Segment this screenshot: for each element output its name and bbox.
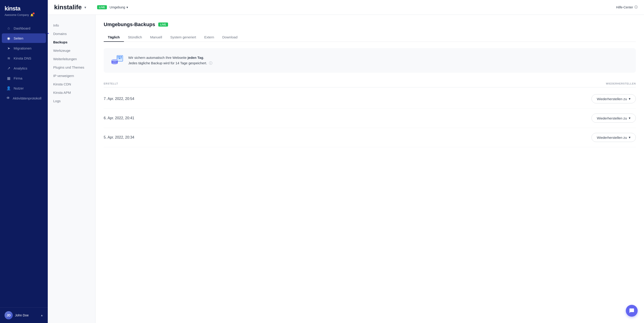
sidebar-item-firma[interactable]: ▦ Firma: [2, 73, 46, 83]
sidebar-item-label: Kinsta DNS: [14, 56, 32, 60]
sidebar-item-label: Seiten: [14, 36, 24, 40]
sidebar-item-kinsta-dns[interactable]: ≋ Kinsta DNS: [2, 53, 46, 63]
panel-live-badge: LIVE: [158, 22, 168, 26]
secondary-sidebar: Info Domains Backups Werkzeuge Weiterlei…: [48, 15, 96, 323]
site-title: kinstalife: [54, 4, 82, 11]
company-icon: ▦: [6, 76, 11, 80]
avatar: JD: [4, 311, 13, 319]
svg-rect-2: [119, 56, 120, 57]
chevron-up-icon: ▲: [40, 314, 43, 317]
tab-stuendlich[interactable]: Stündlich: [124, 33, 146, 42]
restore-button-3[interactable]: Wiederherstellen zu ▾: [592, 133, 636, 142]
backup-date-2: 6. Apr. 2022, 20:41: [104, 116, 592, 120]
backup-icon: [110, 54, 124, 67]
tab-download[interactable]: Download: [218, 33, 242, 42]
main-content: kinstalife ▾ LIVE Umgebung ▾ Hilfe-Cente…: [48, 0, 644, 323]
sidebar-item-nutzer[interactable]: 👤 Nutzer: [2, 83, 46, 93]
chevron-down-icon: ▾: [629, 97, 630, 101]
svg-rect-6: [121, 58, 122, 59]
table-row: 6. Apr. 2022, 20:41 Wiederherstellen zu …: [104, 109, 636, 128]
bell-icon[interactable]: 🔔: [30, 13, 34, 16]
help-circle-icon: ⓘ: [634, 5, 638, 9]
panel-title: Umgebungs-Backups: [104, 21, 155, 27]
sec-nav-kinsta-apm[interactable]: Kinsta APM: [48, 88, 95, 97]
svg-point-10: [112, 59, 118, 61]
restore-button-2[interactable]: Wiederherstellen zu ▾: [592, 114, 636, 123]
env-chevron-icon: ▾: [126, 5, 128, 9]
tab-system-generiert[interactable]: System generiert: [166, 33, 200, 42]
svg-rect-4: [118, 58, 119, 59]
sidebar-item-seiten[interactable]: ◉ Seiten: [2, 33, 46, 43]
notification-badge: [33, 12, 34, 14]
sec-nav-logs[interactable]: Logs: [48, 97, 95, 105]
sidebar-nav: ⌂ Dashboard ◉ Seiten ➤ Migrationen ≋ Kin…: [0, 19, 48, 307]
dns-icon: ≋: [6, 56, 11, 60]
sidebar: kinsta Awesome Company 🔔 ⌂ Dashboard ◉ S…: [0, 0, 48, 323]
backup-tabs: Täglich Stündlich Manuell System generie…: [104, 33, 636, 42]
live-badge: LIVE: [97, 5, 107, 9]
main-panel: Umgebungs-Backups LIVE Täglich Stündlich…: [96, 15, 644, 323]
tab-manuell[interactable]: Manuell: [146, 33, 166, 42]
info-text: Wir sichern automatisch Ihre Webseite je…: [128, 55, 212, 66]
sidebar-item-label: Dashboard: [14, 26, 30, 30]
sec-nav-info[interactable]: Info: [48, 21, 95, 29]
svg-point-11: [113, 63, 114, 64]
col-restore: WIEDERHERSTELLEN: [606, 82, 636, 85]
analytics-icon: ↗: [6, 66, 11, 70]
site-dropdown-icon[interactable]: ▾: [84, 5, 86, 9]
topbar: kinstalife ▾ LIVE Umgebung ▾ Hilfe-Cente…: [48, 0, 644, 15]
table-row: 7. Apr. 2022, 20:54 Wiederherstellen zu …: [104, 89, 636, 109]
chevron-down-icon: ▾: [629, 116, 630, 120]
sec-nav-weiterleitungen[interactable]: Weiterleitungen: [48, 55, 95, 63]
sec-nav-backups[interactable]: Backups: [48, 38, 95, 46]
env-label: Umgebung: [110, 5, 125, 9]
sidebar-item-dashboard[interactable]: ⌂ Dashboard: [2, 23, 46, 33]
sidebar-item-analytics[interactable]: ↗ Analytics: [2, 63, 46, 73]
svg-rect-1: [118, 56, 119, 57]
svg-point-13: [116, 63, 116, 64]
tab-extern[interactable]: Extern: [200, 33, 218, 42]
user-footer[interactable]: JD John Doe ▲: [0, 307, 48, 323]
help-label: Hilfe-Center: [616, 5, 633, 9]
chat-icon: [629, 308, 634, 314]
content-area: Info Domains Backups Werkzeuge Weiterlei…: [48, 15, 644, 323]
logo: kinsta: [4, 5, 43, 12]
tab-taeglich[interactable]: Täglich: [104, 33, 124, 42]
sidebar-item-aktivitaetsprotokoll[interactable]: 👁 Aktivitätenprotokoll: [2, 93, 46, 103]
user-name: John Doe: [15, 314, 29, 317]
sidebar-item-label: Aktivitätenprotokoll: [13, 96, 42, 100]
chat-bubble-button[interactable]: [626, 305, 638, 317]
sec-nav-kinsta-cdn[interactable]: Kinsta CDN: [48, 80, 95, 88]
sidebar-item-migrationen[interactable]: ➤ Migrationen: [2, 43, 46, 53]
user-icon: 👤: [6, 86, 11, 90]
sidebar-item-label: Migrationen: [14, 46, 32, 50]
migrate-icon: ➤: [6, 46, 11, 50]
table-row: 5. Apr. 2022, 20:34 Wiederherstellen zu …: [104, 128, 636, 147]
sidebar-logo-section: kinsta Awesome Company 🔔: [0, 0, 48, 19]
layers-icon: ◉: [6, 36, 11, 40]
help-inline-icon[interactable]: ⓘ: [209, 61, 212, 65]
backup-table: ERSTELLT WIEDERHERSTELLEN 7. Apr. 2022, …: [104, 80, 636, 147]
sidebar-item-label: Analytics: [14, 66, 27, 70]
sec-nav-domains[interactable]: Domains: [48, 29, 95, 38]
col-created: ERSTELLT: [104, 82, 606, 85]
sec-nav-ip-verweigern[interactable]: IP verweigern: [48, 71, 95, 80]
backup-date-3: 5. Apr. 2022, 20:34: [104, 135, 592, 139]
home-icon: ⌂: [6, 26, 11, 30]
eye-icon: 👁: [6, 96, 10, 100]
sidebar-item-label: Firma: [14, 76, 22, 80]
help-link[interactable]: Hilfe-Center ⓘ: [616, 5, 638, 9]
svg-point-12: [114, 63, 115, 64]
restore-button-1[interactable]: Wiederherstellen zu ▾: [592, 94, 636, 103]
chevron-down-icon: ▾: [629, 135, 630, 139]
svg-rect-3: [121, 56, 122, 57]
table-header: ERSTELLT WIEDERHERSTELLEN: [104, 80, 636, 87]
env-dropdown[interactable]: Umgebung ▾: [110, 5, 128, 9]
panel-header: Umgebungs-Backups LIVE: [104, 21, 636, 27]
sec-nav-plugins-themes[interactable]: Plugins und Themes: [48, 63, 95, 71]
backup-date-1: 7. Apr. 2022, 20:54: [104, 97, 592, 101]
info-box: Wir sichern automatisch Ihre Webseite je…: [104, 48, 636, 73]
svg-rect-5: [119, 58, 120, 59]
sec-nav-werkzeuge[interactable]: Werkzeuge: [48, 46, 95, 55]
sidebar-item-label: Nutzer: [14, 86, 24, 90]
